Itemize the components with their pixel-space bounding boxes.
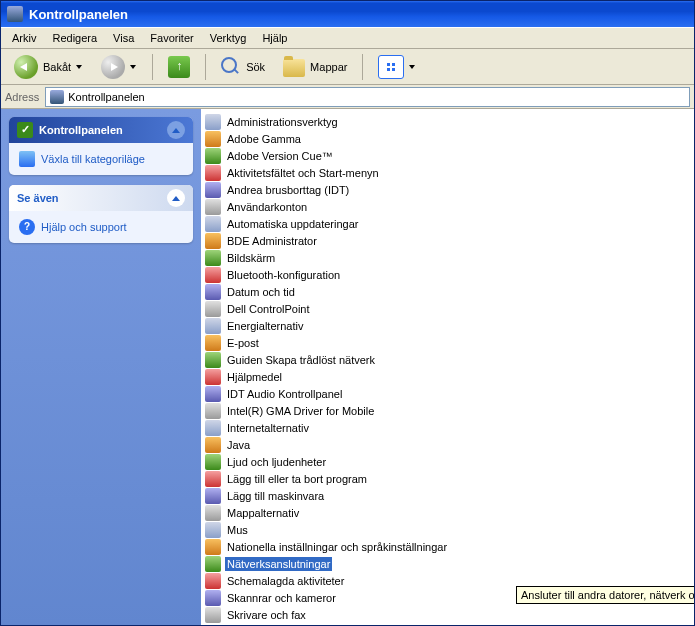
- applet-icon: [205, 386, 221, 402]
- list-item[interactable]: Ljud och ljudenheter: [201, 453, 694, 470]
- list-item[interactable]: Intel(R) GMA Driver for Mobile: [201, 402, 694, 419]
- list-item-label: Adobe Gamma: [225, 132, 303, 146]
- list-item[interactable]: Guiden Skapa trådlöst nätverk: [201, 351, 694, 368]
- forward-arrow-icon: [101, 55, 125, 79]
- list-item[interactable]: Dell ControlPoint: [201, 300, 694, 317]
- applet-icon: [205, 539, 221, 555]
- list-item-label: Lägg till maskinvara: [225, 489, 326, 503]
- applet-icon: [205, 590, 221, 606]
- list-item-label: Energialternativ: [225, 319, 305, 333]
- list-item-label: IDT Audio Kontrollpanel: [225, 387, 344, 401]
- list-item-label: Bildskärm: [225, 251, 277, 265]
- check-icon: [17, 122, 33, 138]
- panel-title: Kontrollpanelen: [39, 124, 123, 136]
- applet-icon: [205, 335, 221, 351]
- list-item[interactable]: Lägg till maskinvara: [201, 487, 694, 504]
- list-item-label: Internetalternativ: [225, 421, 311, 435]
- list-item-label: Skannrar och kameror: [225, 591, 338, 605]
- back-button[interactable]: Bakåt: [7, 52, 90, 82]
- link-help-support[interactable]: Hjälp och support: [19, 219, 183, 235]
- separator: [152, 54, 153, 80]
- list-item[interactable]: Bildskärm: [201, 249, 694, 266]
- list-item[interactable]: Nätverksanslutningar: [201, 555, 694, 572]
- list-item[interactable]: Energialternativ: [201, 317, 694, 334]
- search-button[interactable]: Sök: [214, 52, 272, 82]
- list-item[interactable]: Mappalternativ: [201, 504, 694, 521]
- list-item-label: Aktivitetsfältet och Start-menyn: [225, 166, 381, 180]
- collapse-icon[interactable]: [167, 189, 185, 207]
- menu-edit[interactable]: Redigera: [45, 29, 104, 47]
- applet-icon: [205, 420, 221, 436]
- category-view-icon: [19, 151, 35, 167]
- menu-favorites[interactable]: Favoriter: [143, 29, 200, 47]
- applet-icon: [205, 199, 221, 215]
- window-title: Kontrollpanelen: [29, 7, 128, 22]
- panel-header[interactable]: Kontrollpanelen: [9, 117, 193, 143]
- list-item[interactable]: Lägg till eller ta bort program: [201, 470, 694, 487]
- list-item[interactable]: IDT Audio Kontrollpanel: [201, 385, 694, 402]
- applet-icon: [205, 573, 221, 589]
- separator: [205, 54, 206, 80]
- menu-file[interactable]: Arkiv: [5, 29, 43, 47]
- chevron-down-icon: [76, 63, 83, 70]
- applet-icon: [205, 607, 221, 623]
- folders-label: Mappar: [310, 61, 347, 73]
- panel-see-also: Se även Hjälp och support: [9, 185, 193, 243]
- applet-icon: [205, 131, 221, 147]
- link-switch-category[interactable]: Växla till kategoriläge: [19, 151, 183, 167]
- folders-button[interactable]: Mappar: [276, 52, 354, 82]
- applet-icon: [205, 556, 221, 572]
- sidebar: Kontrollpanelen Växla till kategoriläge …: [1, 109, 201, 625]
- search-label: Sök: [246, 61, 265, 73]
- list-item-label: Intel(R) GMA Driver for Mobile: [225, 404, 376, 418]
- list-item[interactable]: Java: [201, 436, 694, 453]
- applet-icon: [205, 454, 221, 470]
- help-icon: [19, 219, 35, 235]
- list-item[interactable]: Andrea brusborttag (IDT): [201, 181, 694, 198]
- link-label: Hjälp och support: [41, 221, 127, 233]
- list-item[interactable]: Aktivitetsfältet och Start-menyn: [201, 164, 694, 181]
- list-item[interactable]: Adobe Version Cue™: [201, 147, 694, 164]
- collapse-icon[interactable]: [167, 121, 185, 139]
- list-item[interactable]: Adobe Gamma: [201, 130, 694, 147]
- chevron-down-icon: [130, 63, 137, 70]
- applet-icon: [205, 352, 221, 368]
- control-panel-icon: [50, 90, 64, 104]
- toolbar: Bakåt Sök Mappar: [1, 49, 694, 85]
- panel-header[interactable]: Se även: [9, 185, 193, 211]
- panel-body: Hjälp och support: [9, 211, 193, 243]
- main-list-area: AdministrationsverktygAdobe GammaAdobe V…: [201, 109, 694, 625]
- list-item[interactable]: Hjälpmedel: [201, 368, 694, 385]
- list-item[interactable]: E-post: [201, 334, 694, 351]
- list-item[interactable]: BDE Administrator: [201, 232, 694, 249]
- menu-view[interactable]: Visa: [106, 29, 141, 47]
- forward-button[interactable]: [94, 52, 144, 82]
- list-item[interactable]: Administrationsverktyg: [201, 113, 694, 130]
- list-item-label: Nationella inställningar och språkinstäl…: [225, 540, 449, 554]
- up-button[interactable]: [161, 52, 197, 82]
- link-label: Växla till kategoriläge: [41, 153, 145, 165]
- menu-help[interactable]: Hjälp: [255, 29, 294, 47]
- applet-icon: [205, 250, 221, 266]
- list-item-label: Andrea brusborttag (IDT): [225, 183, 351, 197]
- applet-icon: [205, 505, 221, 521]
- list-item[interactable]: Nationella inställningar och språkinstäl…: [201, 538, 694, 555]
- list-item[interactable]: Internetalternativ: [201, 419, 694, 436]
- list-item[interactable]: Bluetooth-konfiguration: [201, 266, 694, 283]
- list-item[interactable]: Användarkonton: [201, 198, 694, 215]
- views-button[interactable]: [371, 52, 423, 82]
- menu-tools[interactable]: Verktyg: [203, 29, 254, 47]
- address-box[interactable]: Kontrollpanelen: [45, 87, 690, 107]
- address-value: Kontrollpanelen: [68, 91, 144, 103]
- folder-icon: [283, 59, 305, 77]
- applet-icon: [205, 114, 221, 130]
- list-item[interactable]: Datum och tid: [201, 283, 694, 300]
- list-item[interactable]: Mus: [201, 521, 694, 538]
- applet-icon: [205, 471, 221, 487]
- panel-control-panel: Kontrollpanelen Växla till kategoriläge: [9, 117, 193, 175]
- panel-title: Se även: [17, 192, 59, 204]
- list-item-label: Mappalternativ: [225, 506, 301, 520]
- list-item[interactable]: Skrivare och fax: [201, 606, 694, 623]
- list-item-label: Mus: [225, 523, 250, 537]
- list-item[interactable]: Automatiska uppdateringar: [201, 215, 694, 232]
